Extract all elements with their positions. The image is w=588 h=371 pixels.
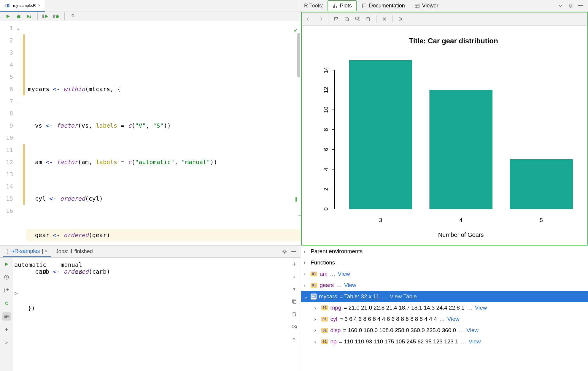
doc-icon (362, 3, 367, 9)
svg-point-2 (17, 15, 20, 18)
svg-line-4 (17, 16, 18, 16)
svg-rect-55 (510, 159, 573, 209)
console-output[interactable]: automatic manual 19 13 > (13, 258, 288, 371)
plots-pane: R Tools: Plots Documentation Viewer Titl (301, 0, 588, 246)
gear-icon[interactable] (566, 1, 575, 10)
svg-rect-53 (430, 90, 492, 209)
env-var-disp[interactable]: ›01disp = 160.0 160.0 108.0 258.0 360.0 … (301, 325, 588, 336)
svg-text:0: 0 (323, 207, 329, 211)
close-icon[interactable]: × (38, 3, 41, 8)
debug-icon[interactable] (14, 12, 23, 21)
svg-rect-31 (358, 17, 360, 18)
plot-view: Title: Car gear distribution024681012143… (301, 26, 588, 245)
svg-point-25 (570, 5, 571, 7)
r-file-icon (4, 2, 11, 9)
env-var-mycars[interactable]: ⌄mycars = Table: 32 x 11 … View Table (301, 291, 588, 302)
fold-end-icon: ⌞ (17, 96, 19, 109)
help-icon[interactable]: ? (68, 12, 77, 21)
svg-rect-9 (53, 15, 54, 18)
debug-selection-icon[interactable] (52, 12, 61, 21)
close-icon[interactable] (380, 15, 389, 23)
svg-text:6: 6 (323, 148, 329, 151)
svg-text:5: 5 (540, 217, 543, 223)
svg-text:Title: Car gear distribution: Title: Car gear distribution (409, 37, 498, 45)
svg-rect-28 (346, 18, 349, 21)
run-icon[interactable] (4, 12, 12, 21)
svg-point-29 (355, 17, 358, 20)
var-badge-icon: 01 (311, 283, 317, 288)
env-var-cyl[interactable]: ›01cyl = 6 6 4 6 8 6 8 4 4 6 6 8 8 8 8 8… (301, 313, 588, 325)
r-tools-label: R Tools: (304, 3, 323, 9)
file-tab[interactable]: my-sample.R × (0, 0, 45, 12)
editor-pane: my-sample.R × ? 12345678910111213141516 … (0, 0, 301, 246)
toolbar-separator (37, 12, 38, 20)
scrollbar[interactable] (297, 33, 300, 77)
file-tab-label: my-sample.R (13, 3, 36, 8)
svg-line-6 (17, 17, 18, 18)
env-var-gears[interactable]: ›01gears … View (301, 280, 588, 291)
export-icon[interactable] (332, 15, 341, 23)
svg-rect-26 (578, 5, 583, 6)
svg-text:3: 3 (379, 217, 382, 223)
svg-rect-15 (333, 6, 334, 8)
svg-rect-16 (334, 4, 335, 8)
fold-minus-icon[interactable]: ⊖ (17, 23, 19, 36)
svg-point-32 (400, 18, 402, 20)
trash-icon[interactable] (364, 15, 373, 23)
run-below-icon[interactable] (25, 12, 34, 21)
gear-icon[interactable] (396, 15, 405, 23)
svg-line-5 (20, 16, 21, 16)
svg-text:14: 14 (323, 67, 329, 73)
svg-text:Number of Gears: Number of Gears (438, 232, 484, 238)
var-badge-icon: 01 (321, 317, 328, 321)
forward-icon[interactable] (315, 15, 324, 23)
env-functions[interactable]: ›Functions (301, 257, 588, 268)
tab-documentation[interactable]: Documentation (358, 1, 409, 11)
svg-rect-17 (336, 6, 337, 8)
svg-text:2: 2 (323, 188, 329, 191)
svg-text:12: 12 (323, 87, 329, 93)
console-pane: [ ~/R-samples ] × Jobs: 1 finished + » a… (0, 246, 301, 371)
zoom-icon[interactable] (353, 15, 362, 23)
env-var-hp[interactable]: ›01hp = 110 110 93 110 175 105 245 62 95… (301, 336, 588, 347)
checkmark-icon: ✔ (294, 24, 297, 36)
table-badge-icon (311, 294, 317, 299)
svg-text:10: 10 (323, 107, 329, 113)
editor-toolbar: ? (0, 12, 301, 21)
svg-text:4: 4 (459, 217, 463, 223)
svg-line-7 (20, 17, 21, 18)
green-marker (295, 197, 297, 202)
var-badge-icon: 01 (311, 272, 317, 276)
svg-rect-22 (415, 4, 419, 8)
var-badge-icon: 01 (321, 339, 328, 344)
svg-rect-8 (43, 15, 44, 18)
minimize-icon[interactable] (576, 1, 585, 10)
tab-viewer[interactable]: Viewer (410, 1, 443, 11)
svg-rect-51 (349, 60, 412, 209)
svg-line-13 (58, 16, 59, 16)
environment-tree: ›Parent environments ›Functions ›01am … … (301, 246, 588, 371)
svg-line-12 (55, 16, 56, 16)
chevron-down-icon[interactable] (556, 1, 565, 10)
var-badge-icon: 01 (321, 328, 328, 333)
svg-rect-68 (312, 295, 315, 298)
env-parent-environments[interactable]: ›Parent environments (301, 246, 588, 257)
run-selection-icon[interactable] (41, 12, 50, 21)
var-badge-icon: 01 (321, 305, 328, 310)
svg-text:8: 8 (323, 128, 329, 131)
copy-icon[interactable] (342, 15, 351, 23)
svg-text:4: 4 (323, 168, 329, 171)
svg-line-30 (358, 20, 360, 21)
plot-toolbar (301, 12, 588, 26)
chart: Title: Car gear distribution024681012143… (302, 26, 587, 245)
back-icon[interactable] (305, 15, 314, 23)
env-var-am[interactable]: ›01am … View (301, 268, 588, 280)
env-var-mpg[interactable]: ›01mpg = 21.0 21.0 22.8 21.4 18.7 18.1 1… (301, 302, 588, 313)
toolbar-separator (64, 12, 65, 20)
r-tools-bar: R Tools: Plots Documentation Viewer (301, 0, 588, 12)
viewer-icon (414, 4, 420, 8)
tab-plots[interactable]: Plots (328, 0, 357, 11)
arrow-to-plot (298, 213, 301, 219)
svg-point-10 (56, 15, 59, 18)
environment-pane: ›Parent environments ›Functions ›01am … … (301, 246, 588, 371)
